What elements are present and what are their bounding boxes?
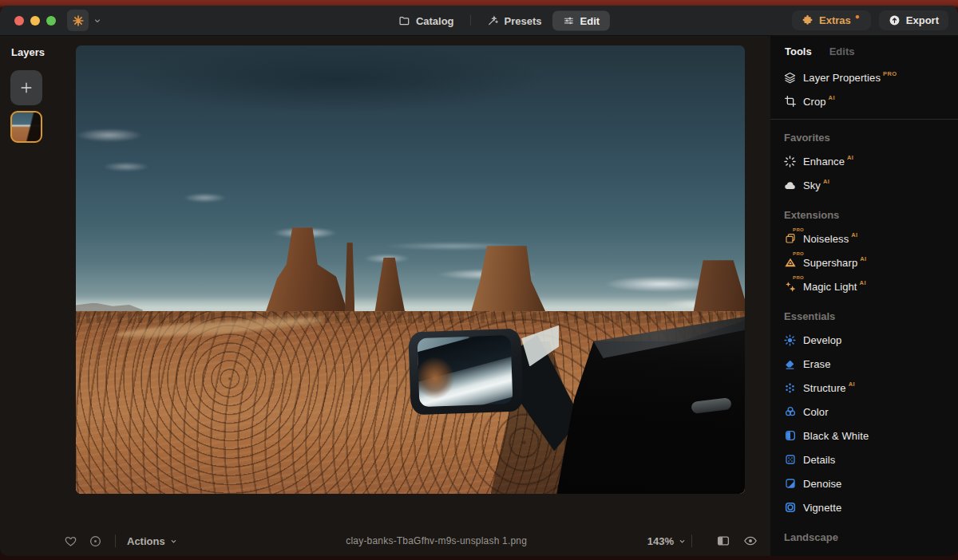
tools-panel: Tools Edits Layer Properties PRO Crop AI… [770, 36, 958, 556]
photo-dark-cloud [129, 45, 544, 112]
folder-icon [398, 14, 410, 26]
sliders-icon [563, 14, 575, 26]
preview-eye-icon[interactable] [743, 534, 758, 548]
tool-color[interactable]: Color [783, 400, 947, 424]
export-button[interactable]: Export [879, 10, 948, 30]
black-white-icon [783, 429, 797, 443]
add-layer-button[interactable] [10, 70, 42, 105]
tab-edits[interactable]: Edits [829, 45, 855, 57]
actions-label: Actions [127, 535, 165, 547]
crop-icon [783, 95, 797, 108]
noiseless-frame-icon: PRO [783, 232, 797, 246]
ai-badge: AI [823, 178, 829, 185]
tool-layer-properties[interactable]: Layer Properties PRO [783, 65, 947, 89]
tool-vignette[interactable]: Vignette [783, 495, 947, 519]
tool-magic-light[interactable]: PRO Magic Light AI [783, 274, 947, 298]
tool-develop[interactable]: Develop [783, 328, 947, 352]
export-label: Export [906, 14, 939, 26]
section-extensions: Extensions [784, 209, 947, 221]
luminar-logo-icon[interactable] [67, 10, 89, 31]
filename-label: clay-banks-TbaGfhv-m9s-unsplash 1.png [346, 535, 527, 546]
tool-denoise[interactable]: Denoise [783, 471, 947, 495]
chevron-down-icon [169, 537, 178, 546]
tab-edit[interactable]: Edit [552, 10, 611, 30]
close-button[interactable] [14, 16, 24, 26]
eraser-icon [783, 357, 797, 371]
topbar-actions: Extras ● Export [792, 10, 948, 30]
ai-badge: AI [849, 381, 855, 388]
tab-catalog-label: Catalog [416, 14, 454, 26]
tool-erase[interactable]: Erase [783, 352, 947, 376]
bottom-divider [691, 534, 692, 547]
layers-icon [783, 71, 797, 85]
zoom-window-button[interactable] [46, 16, 56, 26]
layers-panel-title: Layers [11, 46, 45, 58]
color-wheel-icon [783, 405, 797, 419]
minimize-button[interactable] [30, 16, 40, 26]
reject-icon[interactable] [89, 534, 102, 548]
mode-tabs: Catalog Presets Edit [388, 10, 610, 30]
view-controls: 143% [647, 534, 758, 548]
tool-sky[interactable]: Sky AI [783, 173, 947, 197]
canvas-region: Layers [0, 36, 770, 556]
tab-edit-label: Edit [580, 14, 600, 26]
details-grid-icon [783, 453, 797, 467]
puzzle-icon [802, 14, 814, 26]
tool-enhance[interactable]: Enhance AI [783, 149, 947, 173]
tool-noiseless[interactable]: PRO Noiseless AI [783, 227, 947, 250]
tab-tools[interactable]: Tools [785, 45, 812, 57]
cloud-icon [783, 179, 797, 192]
zoom-level-dropdown[interactable]: 143% [647, 535, 687, 547]
chevron-down-icon[interactable] [93, 16, 102, 26]
title-bar: Catalog Presets Edit Extras ● Export [0, 6, 958, 36]
tool-structure[interactable]: Structure AI [783, 376, 947, 400]
tab-presets[interactable]: Presets [477, 10, 552, 30]
tab-divider [470, 15, 471, 26]
zoom-level-value: 143% [647, 535, 674, 547]
tool-black-white[interactable]: Black & White [783, 424, 947, 448]
sun-icon [783, 333, 797, 347]
ai-badge: AI [860, 255, 866, 262]
enhance-sparkle-icon [783, 155, 797, 168]
photo-mirror-glass [418, 336, 513, 407]
compare-before-after-icon[interactable] [716, 534, 730, 548]
ai-badge: AI [829, 94, 835, 101]
layer-thumbnail[interactable] [10, 111, 42, 143]
chevron-down-icon [678, 537, 687, 546]
photo-canvas[interactable] [76, 45, 745, 494]
tool-details[interactable]: Details [783, 448, 947, 471]
tab-presets-label: Presets [505, 14, 542, 26]
tab-catalog[interactable]: Catalog [388, 10, 465, 30]
ai-badge: AI [851, 231, 857, 239]
photo-side-mirror [408, 329, 523, 416]
magic-light-sparkles-icon: PRO [783, 280, 797, 294]
tools-panel-tabs: Tools Edits [785, 45, 947, 57]
traffic-lights [14, 16, 56, 26]
bottom-bar: Actions clay-banks-TbaGfhv-m9s-unsplash … [0, 530, 770, 551]
export-icon [889, 14, 901, 26]
denoise-icon [783, 477, 797, 491]
section-favorites: Favorites [784, 132, 947, 144]
ai-badge: AI [860, 279, 866, 286]
tool-supersharp[interactable]: PRO Supersharp AI [783, 250, 947, 274]
ai-badge: AI [847, 154, 853, 161]
wand-icon [487, 14, 499, 26]
section-essentials: Essentials [784, 310, 947, 322]
structure-dots-icon [783, 381, 797, 395]
extras-button[interactable]: Extras ● [792, 10, 871, 30]
supersharp-triangle-icon: PRO [783, 256, 797, 270]
favorite-heart-icon[interactable] [64, 534, 77, 548]
section-landscape: Landscape [784, 531, 947, 543]
app-window: Catalog Presets Edit Extras ● Export [0, 6, 958, 556]
extras-label: Extras [819, 14, 851, 26]
pro-badge: PRO [883, 70, 897, 77]
panel-divider [770, 119, 958, 120]
tool-crop[interactable]: Crop AI [783, 89, 947, 113]
bottom-divider [115, 534, 116, 547]
actions-dropdown[interactable]: Actions [127, 535, 178, 547]
vignette-icon [783, 501, 797, 515]
